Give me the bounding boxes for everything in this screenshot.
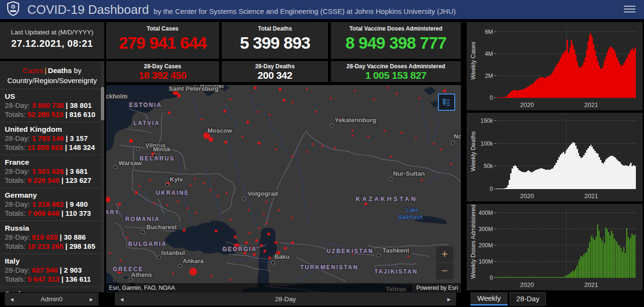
case-dot[interactable] — [354, 90, 356, 92]
case-dot[interactable] — [186, 207, 188, 209]
case-dot[interactable] — [149, 180, 151, 181]
case-dot[interactable] — [373, 98, 375, 100]
case-dot[interactable] — [291, 217, 293, 219]
case-dot[interactable] — [246, 121, 249, 124]
case-dot[interactable] — [306, 88, 308, 90]
case-dot[interactable] — [215, 230, 218, 233]
case-dot[interactable] — [334, 147, 336, 149]
case-dot[interactable] — [118, 203, 121, 206]
case-dot[interactable] — [367, 136, 369, 138]
case-dot[interactable] — [274, 241, 277, 244]
case-dot[interactable] — [135, 191, 138, 194]
time-next-arrow[interactable]: ► — [442, 296, 456, 302]
case-dot[interactable] — [254, 86, 257, 89]
case-dot[interactable] — [166, 204, 168, 206]
case-dot[interactable] — [390, 156, 392, 158]
menu-hamburger-icon[interactable] — [624, 6, 635, 13]
case-dot[interactable] — [203, 182, 205, 184]
case-dot[interactable] — [268, 256, 271, 259]
case-dot[interactable] — [312, 143, 314, 145]
case-dot[interactable] — [383, 130, 385, 132]
case-dot[interactable] — [407, 255, 409, 257]
case-dot[interactable] — [440, 148, 442, 150]
case-dot[interactable] — [263, 250, 266, 253]
case-dot[interactable] — [443, 89, 446, 92]
case-dot[interactable] — [224, 141, 227, 144]
case-dot[interactable] — [315, 111, 317, 113]
layer-list-button[interactable] — [438, 94, 455, 111]
tab-weekly[interactable]: Weekly — [470, 292, 508, 306]
case-dot[interactable] — [245, 241, 248, 244]
case-dot[interactable] — [226, 192, 228, 194]
case-dot[interactable] — [210, 275, 212, 277]
case-dot[interactable] — [209, 189, 211, 191]
tab-28day[interactable]: 28-Day — [510, 292, 546, 306]
case-dot[interactable] — [129, 139, 133, 143]
case-dot[interactable] — [255, 239, 258, 242]
case-dot[interactable] — [223, 110, 226, 113]
case-dot[interactable] — [177, 201, 179, 202]
case-dot[interactable] — [265, 201, 267, 203]
case-dot[interactable] — [269, 114, 271, 116]
case-dot[interactable] — [364, 202, 367, 205]
case-dot[interactable] — [249, 232, 251, 234]
case-dot[interactable] — [253, 253, 256, 256]
case-dot[interactable] — [433, 143, 435, 145]
case-dot[interactable] — [153, 202, 155, 204]
country-list-item[interactable]: Spain — [0, 287, 104, 292]
country-list-item[interactable]: United Kingdom28-Day: 1 793 149 | 3 157T… — [0, 122, 104, 155]
zoom-out-button[interactable]: − — [436, 263, 453, 279]
case-dot[interactable] — [260, 244, 263, 247]
case-dot[interactable] — [321, 145, 323, 147]
case-dot[interactable] — [401, 132, 403, 134]
case-dot[interactable] — [258, 142, 261, 145]
country-list-item[interactable]: Italy28-Day: 627 540 | 2 903Totals: 5 64… — [0, 254, 104, 287]
case-dot[interactable] — [418, 97, 420, 99]
case-dot[interactable] — [189, 184, 191, 186]
case-dot[interactable] — [266, 222, 268, 224]
case-dot[interactable] — [109, 252, 111, 254]
case-dot[interactable] — [172, 273, 174, 275]
case-dot[interactable] — [201, 118, 203, 120]
case-dot[interactable] — [283, 99, 285, 102]
country-list-item[interactable]: Russia28-Day: 819 028 | 30 886Totals: 10… — [0, 221, 104, 254]
case-dot[interactable] — [217, 195, 219, 197]
case-dot[interactable] — [229, 219, 231, 221]
case-dot[interactable] — [127, 237, 129, 239]
case-dot[interactable] — [421, 180, 423, 181]
case-dot[interactable] — [351, 129, 353, 131]
case-dot[interactable] — [284, 247, 287, 250]
sidebar-scrollbar-thumb[interactable] — [101, 87, 104, 120]
country-list-item[interactable]: Germany28-Day: 1 218 662 | 9 480Totals: … — [0, 188, 104, 221]
admin-next-arrow[interactable]: ► — [84, 296, 98, 302]
case-dot[interactable] — [257, 111, 259, 113]
case-dot[interactable] — [279, 88, 282, 91]
time-prev-arrow[interactable]: ◄ — [115, 296, 129, 302]
case-dot[interactable] — [248, 209, 250, 211]
case-dot[interactable] — [120, 260, 121, 262]
case-dot[interactable] — [330, 97, 332, 99]
case-dot[interactable] — [386, 87, 388, 89]
world-map[interactable]: ESTONIALATVIABELARUSUKRAINEROMANIAHUNGAR… — [106, 85, 461, 293]
country-list-item[interactable]: US28-Day: 3 890 738 | 38 801Totals: 52 2… — [0, 89, 104, 122]
case-dot[interactable] — [106, 197, 110, 202]
case-dot[interactable] — [183, 229, 186, 232]
case-dot[interactable] — [229, 98, 231, 100]
case-dot[interactable] — [450, 163, 452, 165]
case-dot[interactable] — [263, 213, 265, 215]
case-dot[interactable] — [291, 241, 294, 244]
admin-prev-arrow[interactable]: ◄ — [5, 296, 19, 302]
case-dot[interactable] — [234, 235, 237, 238]
case-dot[interactable] — [241, 136, 243, 138]
sidebar-scrollbar-track[interactable] — [101, 61, 104, 292]
case-dot[interactable] — [195, 212, 197, 214]
country-list-item[interactable]: France28-Day: 1 501 626 | 3 681Totals: 9… — [0, 155, 104, 188]
case-dot[interactable] — [352, 135, 354, 137]
case-dot[interactable] — [291, 156, 293, 158]
case-dot[interactable] — [278, 209, 280, 211]
case-dot[interactable] — [229, 279, 231, 281]
case-dot[interactable] — [415, 138, 417, 139]
case-dot[interactable] — [258, 227, 260, 229]
case-dot[interactable] — [194, 178, 196, 180]
case-dot[interactable] — [177, 94, 181, 97]
